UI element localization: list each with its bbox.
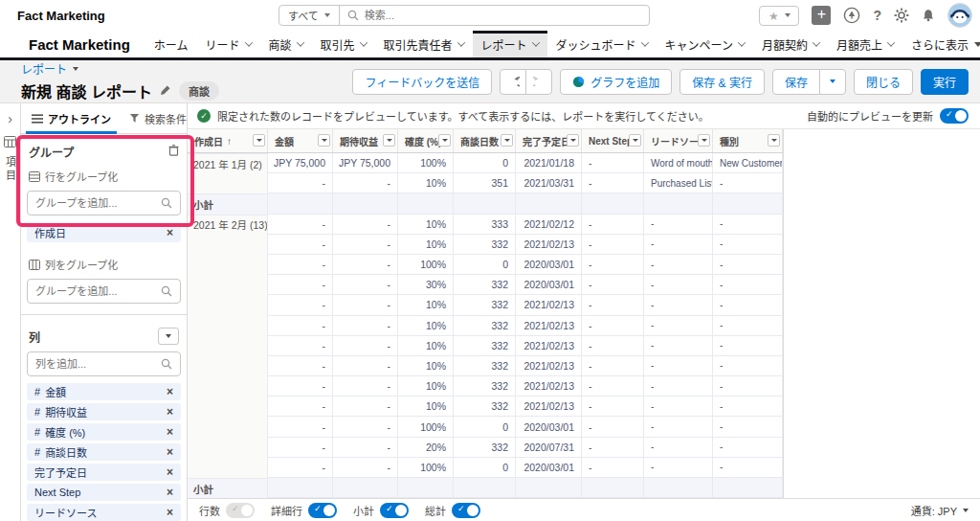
group-cell[interactable]: [188, 396, 268, 417]
breadcrumb[interactable]: レポート: [21, 60, 219, 77]
group-cell[interactable]: [188, 458, 268, 478]
close-button[interactable]: 閉じる: [854, 69, 913, 95]
remove-pill-icon[interactable]: [167, 406, 173, 418]
remove-pill-icon[interactable]: [167, 466, 173, 478]
column-header[interactable]: リードソース: [644, 129, 713, 152]
column-pill[interactable]: リードソース: [27, 504, 181, 521]
group-cell[interactable]: [188, 417, 268, 437]
column-pill[interactable]: # 期待収益: [27, 403, 181, 420]
remove-pill-icon[interactable]: [167, 487, 173, 498]
feedback-button[interactable]: フィードバックを送信: [352, 69, 492, 95]
chevron-down-icon[interactable]: [359, 38, 367, 46]
column-menu-button[interactable]: [501, 134, 513, 147]
row-group-pill[interactable]: 作成日: [27, 222, 181, 242]
column-pill[interactable]: # 金額: [27, 383, 181, 400]
group-cell[interactable]: 2021 年 1月 (2): [188, 153, 268, 173]
footer-toggle[interactable]: [226, 503, 255, 518]
chevron-down-icon[interactable]: [974, 42, 980, 47]
group-cell[interactable]: 2021 年 2月 (13): [188, 215, 268, 235]
column-pill[interactable]: Next Step: [27, 484, 181, 501]
avatar[interactable]: [947, 3, 972, 28]
chevron-down-icon[interactable]: [887, 38, 895, 46]
column-menu-button[interactable]: [438, 134, 451, 147]
save-button[interactable]: 保存: [772, 69, 820, 95]
nav-tab[interactable]: 月額契約: [753, 31, 828, 57]
group-cell[interactable]: [188, 316, 268, 336]
chevron-down-icon[interactable]: [738, 38, 746, 46]
remove-pill-icon[interactable]: [167, 426, 173, 438]
chevron-down-icon[interactable]: [813, 38, 820, 46]
group-cell[interactable]: [188, 275, 268, 295]
edit-title-pencil-icon[interactable]: [160, 82, 171, 100]
quick-create-button[interactable]: [812, 6, 831, 25]
nav-tab[interactable]: 取引先: [312, 31, 375, 57]
nav-tab[interactable]: ホーム: [145, 31, 197, 57]
footer-toggle[interactable]: [380, 503, 409, 518]
auto-update-toggle[interactable]: [940, 108, 969, 124]
delete-group-button[interactable]: [168, 145, 179, 159]
run-button[interactable]: 実行: [921, 69, 969, 95]
group-cell[interactable]: [188, 295, 268, 315]
tab-filters[interactable]: 検索条件: [122, 103, 194, 133]
column-pill[interactable]: # 確度 (%): [27, 423, 181, 441]
column-menu-button[interactable]: [253, 134, 265, 147]
column-header[interactable]: 作成日 ↑: [188, 129, 268, 152]
notifications-button[interactable]: [922, 9, 935, 22]
chevron-down-icon[interactable]: [244, 38, 252, 46]
footer-toggle[interactable]: [308, 503, 337, 518]
nav-tab[interactable]: キャンペーン: [657, 31, 753, 57]
group-cell[interactable]: [188, 255, 268, 275]
setup-button[interactable]: [894, 8, 909, 23]
column-header[interactable]: 商談日数: [454, 129, 516, 152]
redo-button[interactable]: [525, 69, 552, 95]
remove-pill-icon[interactable]: [167, 227, 173, 238]
column-header[interactable]: 確度 (%): [398, 129, 454, 152]
column-menu-button[interactable]: [768, 134, 780, 147]
column-menu-button[interactable]: [318, 134, 330, 147]
add-row-group-input[interactable]: [35, 197, 161, 209]
nav-tab[interactable]: レポート: [473, 31, 547, 57]
column-menu-button[interactable]: [698, 134, 710, 147]
column-pill[interactable]: 完了予定日: [27, 464, 181, 481]
column-menu-button[interactable]: [629, 134, 641, 147]
column-header[interactable]: 完了予定日: [516, 129, 582, 152]
group-cell[interactable]: [188, 235, 268, 255]
add-column-input[interactable]: [35, 358, 161, 370]
footer-toggle[interactable]: [452, 503, 480, 518]
column-header[interactable]: 種別: [713, 129, 783, 152]
column-menu-button[interactable]: [383, 134, 395, 147]
nav-tab[interactable]: 月額売上: [828, 31, 902, 57]
nav-tab[interactable]: 取引先責任者: [375, 31, 473, 57]
remove-pill-icon[interactable]: [167, 386, 173, 397]
group-cell[interactable]: [188, 438, 268, 458]
group-cell[interactable]: 小計: [188, 193, 268, 214]
columns-menu-button[interactable]: [158, 328, 179, 345]
remove-pill-icon[interactable]: [167, 446, 173, 458]
column-header[interactable]: 金額: [268, 129, 333, 152]
nav-tab[interactable]: リード: [197, 31, 260, 57]
chevron-down-icon[interactable]: [531, 38, 539, 46]
currency-selector[interactable]: 通貨: JPY: [911, 503, 969, 518]
search-scope-dropdown[interactable]: すべて: [279, 6, 340, 25]
search-input[interactable]: [359, 10, 649, 21]
save-menu-button[interactable]: [819, 69, 846, 95]
tab-outline[interactable]: アウトライン: [24, 103, 119, 133]
undo-button[interactable]: [500, 69, 526, 95]
nav-tab[interactable]: 商談: [260, 31, 312, 57]
nav-tab[interactable]: さらに表示: [902, 31, 980, 57]
help-button[interactable]: [873, 8, 881, 23]
favorites-button[interactable]: [759, 6, 799, 26]
remove-pill-icon[interactable]: [167, 507, 173, 518]
group-cell[interactable]: 小計: [188, 478, 268, 498]
chevron-down-icon[interactable]: [457, 38, 464, 46]
chevron-down-icon[interactable]: [640, 38, 648, 46]
column-header[interactable]: 期待収益: [333, 129, 398, 152]
group-cell[interactable]: [188, 173, 268, 193]
add-chart-button[interactable]: グラフを追加: [560, 69, 672, 95]
guidance-button[interactable]: [843, 7, 860, 24]
column-pill[interactable]: # 商談日数: [27, 443, 181, 461]
group-cell[interactable]: [188, 356, 268, 376]
expand-fields-chevron[interactable]: [8, 110, 12, 127]
fields-rail-label[interactable]: 項目: [3, 156, 18, 183]
column-header[interactable]: Next Step: [582, 129, 644, 152]
